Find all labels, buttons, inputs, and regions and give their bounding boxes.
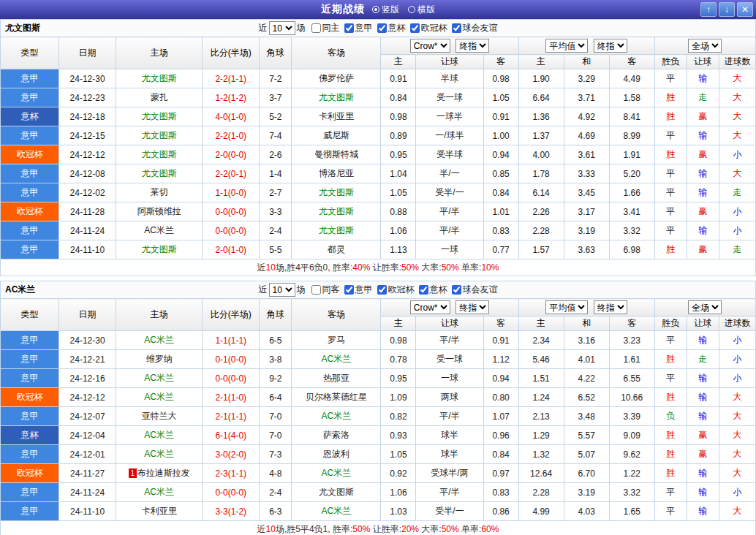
home-team-cell: AC米兰 [116,388,203,407]
away-team-name: 热那亚 [323,373,349,383]
date-cell: 24-12-01 [59,445,116,464]
result-scope-select[interactable]: 全场 [688,39,722,53]
match-row: 意甲24-12-30尤文图斯2-2(1-1)7-2佛罗伦萨0.91半球0.981… [1,69,756,88]
avg-draw-cell: 4.69 [564,126,609,145]
odds-provider-select[interactable]: Crow* [410,300,450,314]
result-handicap-cell: 输 [687,407,719,426]
corner-cell: 5-2 [260,107,292,126]
odds-away-cell: 1.00 [483,126,518,145]
match-row: 欧冠杯24-12-12尤文图斯2-0(0-0)2-6曼彻斯特城0.95受半球0.… [1,145,756,164]
league-filter-checkbox[interactable]: 意杯 [415,284,447,296]
type-cell: 欧冠杯 [1,145,59,164]
score-cell: 2-2(0-1) [203,164,260,183]
result-goals-cell: 大 [719,464,755,483]
league-filter-checkbox[interactable]: 欧冠杯 [373,284,415,296]
checkbox-input[interactable] [452,23,461,33]
home-team-name: 蒙扎 [151,92,168,102]
match-row: 意甲24-12-16AC米兰0-0(0-0)9-2热那亚0.95一球0.941.… [1,369,756,388]
subcol-result-wdl: 胜负 [654,316,687,331]
recent-label-suffix: 场 [297,22,306,34]
radio-unselected-icon [408,6,415,13]
avg-home-cell: 2.13 [518,407,564,426]
home-team-cell: 尤文图斯 [116,126,203,145]
score-cell: 6-1(4-0) [203,426,260,445]
odds-stage-select[interactable]: 终指 [456,300,489,314]
checkbox-input[interactable] [377,285,387,295]
avg-home-cell: 2.26 [518,202,564,221]
checkbox-label: 球会友谊 [463,284,498,296]
league-filter-checkbox[interactable]: 球会友谊 [447,284,498,296]
away-team-name: 尤文图斯 [319,225,354,235]
avg-odds-stage-select[interactable]: 终指 [594,39,627,53]
odds-away-cell: 0.85 [483,164,518,183]
checkbox-input[interactable] [377,23,387,33]
type-cell: 意甲 [1,164,59,183]
result-handicap-cell: 输 [687,331,719,350]
date-cell: 24-12-07 [59,407,116,426]
odds-away-cell: 0.94 [483,369,518,388]
league-checkbox-group: 同客意甲欧冠杯意杯球会友谊 [307,284,498,297]
result-wdl-cell: 负 [654,407,687,426]
result-handicap-cell: 输 [687,221,719,240]
match-row: 意甲24-11-10卡利亚里3-3(1-2)6-3AC米兰1.03受半/一0.8… [1,502,756,521]
checkbox-input[interactable] [311,285,321,295]
avg-odds-select[interactable]: 平均值 [545,300,588,314]
move-down-button[interactable]: ↓ [719,2,735,17]
result-wdl-cell: 胜 [654,145,687,164]
handicap-cell: 平/半 [416,407,483,426]
league-filter-checkbox[interactable]: 意甲 [340,284,373,296]
league-filter-checkbox[interactable]: 欧冠杯 [406,22,447,34]
corner-cell: 1-4 [260,164,292,183]
checkbox-input[interactable] [344,285,354,295]
odds-stage-select[interactable]: 终指 [456,39,489,53]
match-count-select[interactable]: 10 [269,21,295,35]
subcol-odds-home: 主 [381,316,416,331]
avg-odds-select[interactable]: 平均值 [545,39,588,53]
checkbox-input[interactable] [419,285,428,295]
subcol-avg-draw: 和 [564,316,609,331]
league-filter-checkbox[interactable]: 意甲 [340,22,373,34]
league-filter-checkbox[interactable]: 同客 [307,284,340,296]
avg-odds-stage-select[interactable]: 终指 [594,300,627,314]
home-team-name: 尤文图斯 [142,73,177,83]
odds-home-cell: 0.92 [381,464,416,483]
layout-radio-horizontal[interactable]: 横版 [408,4,435,16]
result-goals-cell: 走 [719,183,755,202]
date-cell: 24-12-15 [59,126,116,145]
match-count-select[interactable]: 10 [269,283,295,297]
date-cell: 24-12-30 [59,331,116,350]
result-handicap-cell: 赢 [687,240,719,259]
odds-provider-select[interactable]: Crow* [410,39,450,53]
date-cell: 24-12-23 [59,88,116,107]
league-filter-checkbox[interactable]: 意杯 [373,22,406,34]
move-up-button[interactable]: ↑ [700,2,717,17]
home-team-name: 尤文图斯 [142,130,177,140]
checkbox-input[interactable] [452,285,461,295]
subcol-result-wdl: 胜负 [654,55,687,69]
result-scope-select[interactable]: 全场 [688,300,722,314]
league-filter-checkbox[interactable]: 球会友谊 [447,22,498,34]
avg-home-cell: 2.34 [518,331,564,350]
score-cell: 2-1(1-1) [203,407,260,426]
match-row: 意甲24-12-23蒙扎1-2(1-2)3-7尤文图斯0.84受一球1.056.… [1,88,756,107]
results-table: 类型 日期 主场 比分(半场) 角球 客场 Crow* 终指 平均值 终指 全场 [0,37,756,259]
checkbox-label: 同主 [322,22,340,34]
layout-radio-vertical[interactable]: 竖版 [372,4,399,16]
close-button[interactable]: ✕ [737,2,753,17]
result-goals-cell: 小 [719,369,755,388]
avg-away-cell: 1.65 [609,502,654,521]
checkbox-input[interactable] [344,23,354,33]
league-filter-checkbox[interactable]: 同主 [307,22,340,34]
handicap-cell: 一球 [416,240,483,259]
away-team-name: 萨索洛 [323,430,349,440]
odds-home-cell: 0.88 [381,202,416,221]
away-team-name: 贝尔格莱德红星 [306,392,367,402]
checkbox-input[interactable] [410,23,420,33]
date-cell: 24-11-24 [59,483,116,502]
match-row: 意甲24-12-08尤文图斯2-2(0-1)1-4博洛尼亚1.04半/一0.85… [1,164,756,183]
type-cell: 意甲 [1,407,59,426]
checkbox-input[interactable] [311,23,321,33]
away-team-name: 尤文图斯 [319,187,354,197]
result-handicap-cell: 赢 [687,107,719,126]
avg-home-cell: 2.28 [518,483,564,502]
